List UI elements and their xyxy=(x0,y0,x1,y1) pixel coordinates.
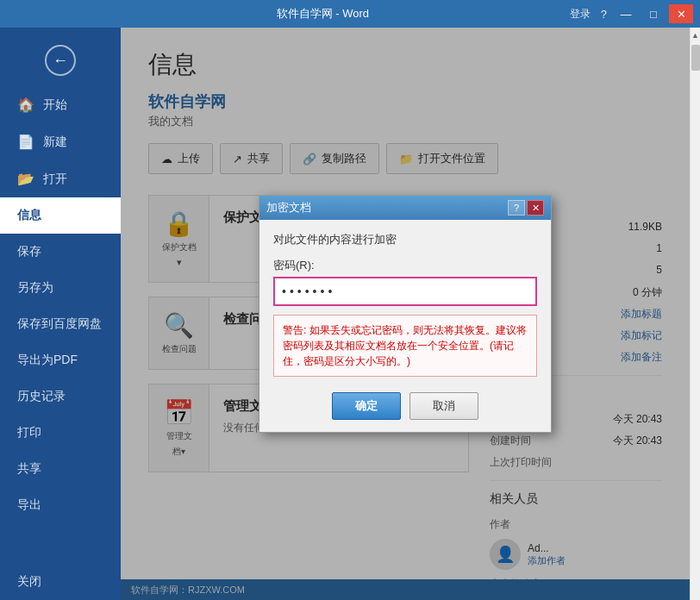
scroll-up-arrow[interactable]: ▲ xyxy=(691,29,701,41)
sidebar-item-export[interactable]: 导出 xyxy=(0,487,121,523)
sidebar-item-savecloud[interactable]: 保存到百度网盘 xyxy=(0,306,121,342)
sidebar-item-info[interactable]: 信息 xyxy=(0,197,121,234)
login-button[interactable]: 登录 xyxy=(570,7,591,22)
dialog-body: 对此文件的内容进行加密 密码(R): 警告: 如果丢失或忘记密码，则无法将其恢复… xyxy=(259,220,551,432)
sidebar-label-print: 打印 xyxy=(17,425,41,441)
scrollbar[interactable]: ▲ xyxy=(690,28,700,600)
sidebar-label-start: 开始 xyxy=(43,97,67,113)
sidebar-item-save[interactable]: 保存 xyxy=(0,234,121,270)
close-button[interactable]: ✕ xyxy=(669,4,693,23)
password-input[interactable] xyxy=(277,280,534,303)
titlebar-controls: 登录 ? — □ ✕ xyxy=(570,4,693,23)
open-icon: 📂 xyxy=(17,171,34,187)
password-label: 密码(R): xyxy=(273,258,537,273)
sidebar-item-print[interactable]: 打印 xyxy=(0,415,121,451)
ok-button[interactable]: 确定 xyxy=(332,392,401,420)
sidebar-label-open: 打开 xyxy=(43,172,67,187)
dialog-overlay: 加密文档 ? ✕ 对此文件的内容进行加密 密码(R): xyxy=(121,28,690,600)
password-form-group: 密码(R): xyxy=(273,258,537,306)
encrypt-dialog: 加密文档 ? ✕ 对此文件的内容进行加密 密码(R): xyxy=(259,195,552,433)
home-icon: 🏠 xyxy=(17,97,34,113)
sidebar-item-start[interactable]: 🏠 开始 xyxy=(0,86,121,123)
sidebar-item-history[interactable]: 历史记录 xyxy=(0,378,121,415)
sidebar-label-save: 保存 xyxy=(17,244,41,259)
sidebar-item-saveas[interactable]: 另存为 xyxy=(0,270,121,306)
cancel-button[interactable]: 取消 xyxy=(409,392,478,420)
sidebar-spacer xyxy=(0,523,121,564)
sidebar: ← 🏠 开始 📄 新建 📂 打开 信息 保存 另存为 保存到百度网盘 导出为PD… xyxy=(0,28,121,600)
content-area: 信息 软件自学网 我的文档 ☁ 上传 ↗ 共享 🔗 复制路径 xyxy=(121,28,690,600)
sidebar-item-close[interactable]: 关闭 xyxy=(0,564,121,600)
sidebar-label-share: 共享 xyxy=(17,461,41,477)
titlebar: 软件自学网 - Word 登录 ? — □ ✕ xyxy=(0,0,700,28)
scroll-thumb[interactable] xyxy=(691,45,700,71)
sidebar-label-exportpdf: 导出为PDF xyxy=(17,353,78,368)
dialog-subtitle: 对此文件的内容进行加密 xyxy=(273,232,537,247)
sidebar-label-close: 关闭 xyxy=(17,574,41,590)
sidebar-label-history: 历史记录 xyxy=(17,389,66,404)
help-button[interactable]: ? xyxy=(601,8,607,21)
sidebar-label-saveas: 另存为 xyxy=(17,280,53,296)
new-icon: 📄 xyxy=(17,134,34,150)
sidebar-item-open[interactable]: 📂 打开 xyxy=(0,160,121,197)
dialog-buttons: 确定 取消 xyxy=(273,389,537,420)
dialog-title: 加密文档 xyxy=(266,200,311,216)
warning-box: 警告: 如果丢失或忘记密码，则无法将其恢复。建议将密码列表及其相应文档名放在一个… xyxy=(273,315,537,377)
sidebar-label-export: 导出 xyxy=(17,497,41,513)
dialog-close-button[interactable]: ✕ xyxy=(527,200,544,216)
sidebar-item-new[interactable]: 📄 新建 xyxy=(0,123,121,160)
dialog-titlebar: 加密文档 ? ✕ xyxy=(259,196,551,220)
restore-button[interactable]: □ xyxy=(641,4,666,23)
app-body: ← 🏠 开始 📄 新建 📂 打开 信息 保存 另存为 保存到百度网盘 导出为PD… xyxy=(0,28,700,600)
minimize-button[interactable]: — xyxy=(614,4,638,23)
password-input-wrapper xyxy=(273,277,537,306)
sidebar-label-info: 信息 xyxy=(17,208,41,223)
sidebar-item-share[interactable]: 共享 xyxy=(0,451,121,487)
dialog-help-button[interactable]: ? xyxy=(508,200,525,216)
back-button[interactable]: ← xyxy=(0,34,121,86)
sidebar-label-new: 新建 xyxy=(43,134,67,150)
sidebar-label-savecloud: 保存到百度网盘 xyxy=(17,316,102,332)
titlebar-title: 软件自学网 - Word xyxy=(76,6,570,22)
sidebar-item-exportpdf[interactable]: 导出为PDF xyxy=(0,342,121,378)
dialog-controls: ? ✕ xyxy=(508,200,544,216)
back-circle-icon: ← xyxy=(45,45,76,76)
